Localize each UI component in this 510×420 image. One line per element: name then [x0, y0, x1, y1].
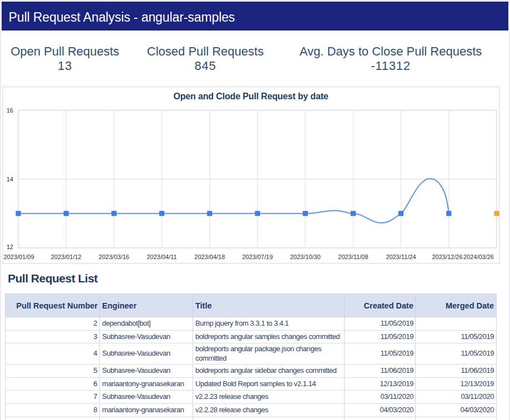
svg-text:14: 14: [7, 176, 13, 183]
svg-text:16: 16: [7, 107, 13, 114]
svg-text:2023/01/12: 2023/01/12: [51, 254, 82, 260]
svg-text:2024/03/26: 2024/03/26: [463, 254, 494, 260]
svg-text:2023/01/09: 2023/01/09: [3, 254, 34, 260]
svg-text:2023/04/11: 2023/04/11: [147, 254, 176, 260]
svg-text:2023/07/19: 2023/07/19: [242, 254, 272, 260]
svg-text:2023/11/08: 2023/11/08: [338, 254, 368, 260]
svg-text:Open and Clode Pull Request by: Open and Clode Pull Request by date: [173, 92, 328, 101]
svg-text:2023/04/18: 2023/04/18: [194, 254, 225, 260]
svg-text:2023/11/24: 2023/11/24: [386, 254, 416, 260]
svg-text:12: 12: [7, 244, 13, 250]
svg-text:2023/10/30: 2023/10/30: [290, 254, 321, 260]
svg-text:2023/12/26: 2023/12/26: [432, 254, 462, 260]
svg-text:2023/03/16: 2023/03/16: [99, 254, 129, 260]
